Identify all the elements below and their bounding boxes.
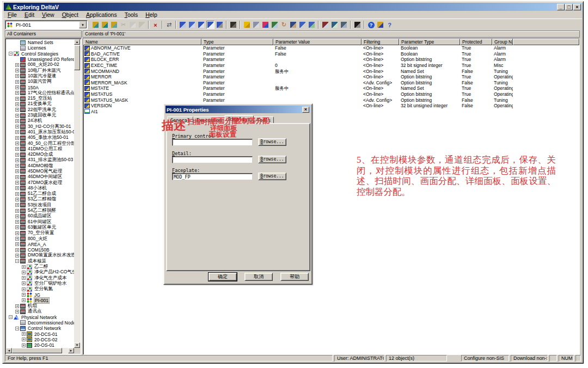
network-grid-icon[interactable]: [298, 21, 307, 29]
delete-icon[interactable]: ×: [151, 21, 160, 29]
column-header-group-n-[interactable]: Group N...: [492, 39, 513, 45]
table-row[interactable]: VERSIONParameter1<On-line>32 bit unsigne…: [83, 103, 579, 109]
details-view-icon[interactable]: [206, 21, 215, 29]
expand-icon[interactable]: +: [15, 63, 19, 67]
large-icons-view-icon[interactable]: [179, 21, 187, 29]
expand-icon[interactable]: +: [15, 198, 19, 201]
expand-icon[interactable]: +: [22, 265, 26, 269]
menu-view[interactable]: View: [38, 11, 58, 19]
object-selector-combobox[interactable]: PI-001 ▼: [5, 20, 88, 29]
expand-icon[interactable]: +: [15, 80, 19, 84]
table-row[interactable]: EXEC_TIMEParameter0<On-line>32 bit signe…: [83, 63, 579, 69]
expand-icon[interactable]: +: [15, 158, 19, 162]
expand-icon[interactable]: +: [22, 298, 26, 302]
tree-item[interactable]: −Physical Network: [7, 315, 74, 320]
expand-icon[interactable]: +: [22, 293, 26, 297]
expand-icon[interactable]: +: [15, 108, 19, 112]
menu-file[interactable]: File: [4, 11, 21, 19]
tree-item[interactable]: +PI-001: [7, 298, 74, 303]
expand-icon[interactable]: +: [15, 125, 19, 128]
explore-parameter-icon[interactable]: [110, 21, 118, 29]
primary-control-input[interactable]: [172, 139, 253, 146]
column-header-name[interactable]: Name: [83, 39, 201, 45]
column-header-parameter-value[interactable]: Parameter Value: [273, 39, 362, 45]
tree-item[interactable]: Decommissioned Nodes: [7, 320, 74, 326]
refresh-icon[interactable]: ↻: [280, 21, 288, 29]
detail-input[interactable]: [172, 156, 253, 163]
license-keys-icon[interactable]: [353, 21, 362, 29]
scroll-right-icon[interactable]: ►: [68, 348, 74, 353]
deltav-books-icon[interactable]: [376, 21, 384, 29]
dialog-title-bar[interactable]: PI-001 Properties ×: [166, 106, 310, 113]
scroll-left-icon[interactable]: ◄: [6, 348, 12, 353]
expand-icon[interactable]: +: [15, 248, 19, 252]
expand-icon[interactable]: +: [15, 97, 19, 101]
expand-icon[interactable]: +: [15, 69, 19, 72]
expand-icon[interactable]: +: [15, 164, 19, 168]
expand-icon[interactable]: +: [15, 85, 19, 89]
expand-icon[interactable]: +: [22, 338, 26, 341]
collapse-icon[interactable]: −: [9, 315, 13, 319]
scrollbar-thumb[interactable]: [12, 348, 62, 353]
expand-icon[interactable]: +: [15, 203, 19, 207]
tree-item[interactable]: +10蒸汽管网: [7, 79, 74, 84]
expand-icon[interactable]: +: [22, 276, 26, 280]
tree-horizontal-scrollbar[interactable]: ◄ ►: [6, 348, 74, 354]
column-header-parameter-type[interactable]: Parameter Type: [399, 39, 460, 45]
table-row[interactable]: BAD_ACTIVEParameterFalse<On-line>Boolean…: [83, 51, 579, 57]
find-window-icon[interactable]: [216, 21, 224, 29]
menu-tools[interactable]: Tools: [121, 11, 142, 19]
expand-icon[interactable]: +: [15, 237, 19, 241]
collapse-icon[interactable]: −: [9, 52, 13, 56]
expand-icon[interactable]: +: [15, 153, 19, 157]
table-row[interactable]: ABNORM_ACTIVEParameterFalse<On-line>Bool…: [83, 45, 579, 51]
expand-icon[interactable]: +: [15, 74, 19, 78]
expand-icon[interactable]: +: [15, 214, 19, 218]
expand-icon[interactable]: +: [15, 91, 19, 95]
small-icons-view-icon[interactable]: [188, 21, 196, 29]
paste-icon[interactable]: [138, 21, 146, 29]
expand-icon[interactable]: +: [15, 114, 19, 118]
expand-icon[interactable]: +: [22, 332, 26, 336]
tree-item[interactable]: Licenses: [7, 45, 74, 51]
expand-icon[interactable]: +: [15, 220, 19, 224]
swap-icon[interactable]: ⇄: [165, 21, 173, 29]
expand-icon[interactable]: +: [15, 175, 19, 179]
expand-icon[interactable]: +: [22, 271, 26, 274]
expand-icon[interactable]: +: [15, 242, 19, 246]
table-row[interactable]: MSTATEParameter服务中<On-line>Named SetTrue…: [83, 85, 579, 91]
expand-icon[interactable]: +: [15, 130, 19, 134]
expand-icon[interactable]: +: [15, 147, 19, 151]
tree-item[interactable]: −Control Network: [7, 326, 74, 331]
table-row[interactable]: AI1: [83, 109, 579, 115]
list-view-icon[interactable]: [197, 21, 205, 29]
table-row[interactable]: MERRORParameter<On-line>Option bitstring…: [83, 74, 579, 80]
copy-icon[interactable]: [128, 21, 137, 29]
tree-item[interactable]: +AREA_A: [7, 242, 74, 247]
trend-view-icon[interactable]: [330, 21, 339, 29]
expand-icon[interactable]: +: [15, 310, 19, 314]
help-icon[interactable]: ?: [367, 21, 375, 29]
expand-icon[interactable]: +: [15, 304, 19, 308]
table-row[interactable]: MSTATUSParameter<On-line>Option bitstrin…: [83, 91, 579, 97]
cancel-button[interactable]: 取消: [244, 273, 273, 281]
expand-icon[interactable]: +: [15, 102, 19, 106]
faceplate-input[interactable]: [172, 173, 253, 180]
restore-button[interactable]: □: [565, 4, 573, 10]
bookmark-icon[interactable]: [261, 21, 270, 29]
expand-icon[interactable]: +: [15, 186, 19, 190]
picture-icon[interactable]: [271, 21, 279, 29]
ok-button[interactable]: 确定: [209, 273, 237, 281]
close-button[interactable]: ×: [573, 4, 581, 10]
table-row[interactable]: MCOMMANDParameter服务中<On-line>Named SetFa…: [83, 68, 579, 74]
expand-icon[interactable]: +: [15, 136, 19, 140]
table-row[interactable]: MERROR_MASKParameter<Adv. Config>Option …: [83, 80, 579, 86]
expand-icon[interactable]: +: [15, 225, 19, 229]
alarm-bell-icon[interactable]: [243, 21, 251, 29]
tree-item[interactable]: −Control Strategies: [7, 51, 74, 57]
menu-edit[interactable]: Edit: [21, 11, 38, 19]
expand-icon[interactable]: +: [15, 192, 19, 196]
table-row[interactable]: MSTATUS_MASKParameter<Adv. Config>Option…: [83, 97, 579, 103]
faceplate-browse-button[interactable]: Browse...: [258, 173, 286, 180]
menu-applications[interactable]: Applications: [82, 11, 121, 19]
